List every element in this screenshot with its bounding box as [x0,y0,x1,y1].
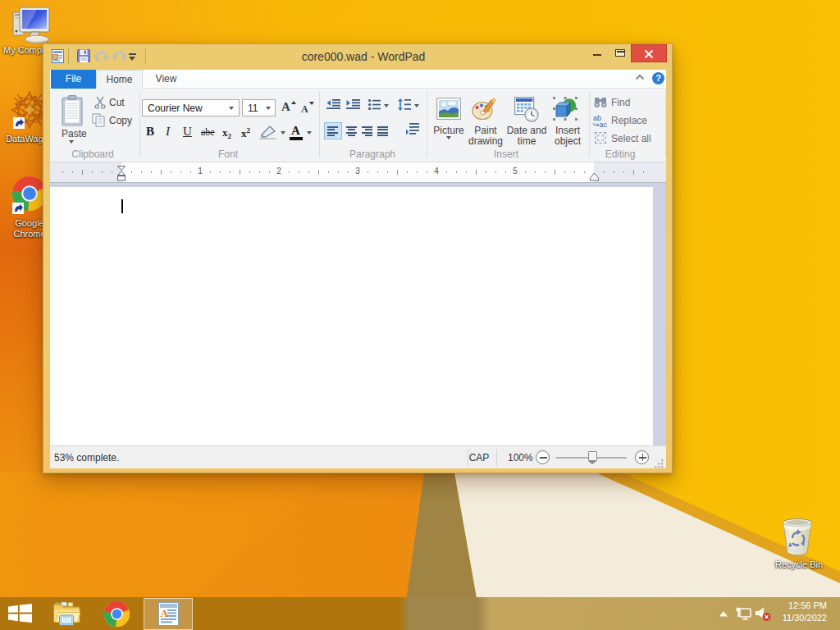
svg-text:A: A [161,607,169,619]
